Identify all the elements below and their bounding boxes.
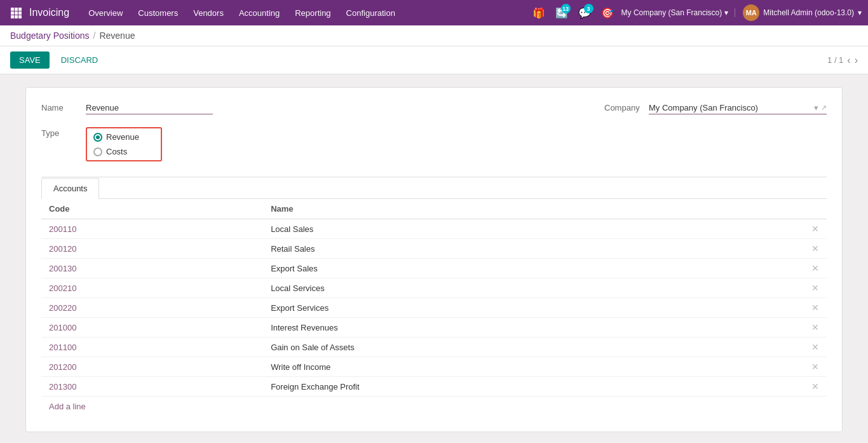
account-code[interactable]: 200130 xyxy=(41,259,263,278)
action-bar: SAVE DISCARD 1 / 1 ‹ › xyxy=(0,46,868,74)
remove-row-button[interactable]: ✕ xyxy=(811,303,819,313)
nav-overview[interactable]: Overview xyxy=(82,6,129,20)
update-icon[interactable]: 🔄 13 xyxy=(553,4,571,22)
external-link-icon[interactable]: ↗ xyxy=(821,104,827,112)
grid-menu-icon[interactable] xyxy=(6,3,25,22)
remove-cell: ✕ xyxy=(801,357,827,377)
remove-row-button[interactable]: ✕ xyxy=(811,381,819,392)
remove-row-button[interactable]: ✕ xyxy=(811,263,819,273)
breadcrumb-parent[interactable]: Budgetary Positions xyxy=(10,31,90,41)
radio-costs[interactable]: Costs xyxy=(93,147,148,156)
nav-configuration[interactable]: Configuration xyxy=(340,6,402,20)
actions-column-header xyxy=(801,199,827,219)
remove-cell: ✕ xyxy=(801,278,827,298)
prev-record-button[interactable]: ‹ xyxy=(847,55,850,66)
nav-accounting[interactable]: Accounting xyxy=(233,6,286,20)
account-name: Retail Sales xyxy=(263,239,801,259)
remove-cell: ✕ xyxy=(801,259,827,278)
action-right: 1 / 1 ‹ › xyxy=(827,55,858,66)
nav-customers[interactable]: Customers xyxy=(132,6,184,20)
svg-rect-0 xyxy=(11,8,14,11)
remove-row-button[interactable]: ✕ xyxy=(811,342,819,352)
remove-row-button[interactable]: ✕ xyxy=(811,224,819,234)
account-code[interactable]: 200120 xyxy=(41,239,263,259)
radio-costs-circle xyxy=(93,147,102,156)
name-row: Name Revenue Company My Company (San Fra… xyxy=(41,103,827,114)
remove-row-button[interactable]: ✕ xyxy=(811,243,819,254)
company-label: Company xyxy=(604,103,642,112)
account-code[interactable]: 200110 xyxy=(41,219,263,239)
svg-rect-8 xyxy=(18,15,22,18)
breadcrumb-separator: / xyxy=(93,31,96,41)
table-row: 201100 Gain on Sale of Assets ✕ xyxy=(41,337,827,357)
remove-row-button[interactable]: ✕ xyxy=(811,283,819,293)
name-value[interactable]: Revenue xyxy=(86,103,213,114)
breadcrumb-current: Revenue xyxy=(99,31,135,41)
table-row: 200210 Local Services ✕ xyxy=(41,278,827,298)
next-record-button[interactable]: › xyxy=(855,55,858,66)
account-code[interactable]: 201000 xyxy=(41,318,263,337)
company-selector[interactable]: My Company (San Francisco) ▾ xyxy=(621,8,736,17)
account-code[interactable]: 200210 xyxy=(41,278,263,298)
table-row: 201300 Foreign Exchange Profit ✕ xyxy=(41,377,827,397)
nav-vendors[interactable]: Vendors xyxy=(187,6,230,20)
table-row: 200220 Export Services ✕ xyxy=(41,298,827,318)
gift-icon[interactable]: 🎁 xyxy=(530,4,548,22)
user-dropdown-icon: ▾ xyxy=(858,8,862,17)
company-text: My Company (San Francisco) xyxy=(649,103,758,112)
account-code[interactable]: 201200 xyxy=(41,357,263,377)
discard-button[interactable]: DISCARD xyxy=(55,51,105,69)
radio-costs-label: Costs xyxy=(106,147,127,156)
type-label: Type xyxy=(41,127,79,138)
account-name: Interest Revenues xyxy=(263,318,801,337)
update-badge: 13 xyxy=(561,4,571,13)
svg-rect-2 xyxy=(18,8,22,11)
table-row: 201000 Interest Revenues ✕ xyxy=(41,318,827,337)
activity-icon[interactable]: 🎯 xyxy=(599,4,616,22)
account-name: Write off Income xyxy=(263,357,801,377)
account-code[interactable]: 201100 xyxy=(41,337,263,357)
nav-menu: Overview Customers Vendors Accounting Re… xyxy=(82,6,529,20)
save-button[interactable]: SAVE xyxy=(10,51,50,69)
name-column-header: Name xyxy=(263,199,801,219)
breadcrumb: Budgetary Positions / Revenue xyxy=(0,25,868,46)
account-name: Local Sales xyxy=(263,219,801,239)
account-name: Export Sales xyxy=(263,259,801,278)
add-line-button[interactable]: Add a line xyxy=(41,397,93,416)
type-section: Type Revenue Costs xyxy=(41,127,827,161)
nav-reporting[interactable]: Reporting xyxy=(288,6,337,20)
action-left: SAVE DISCARD xyxy=(10,51,104,69)
topnav-right: 🎁 🔄 13 💬 3 🎯 My Company (San Francisco) … xyxy=(530,4,862,22)
company-value-display[interactable]: My Company (San Francisco) ▾ ↗ xyxy=(649,103,827,114)
account-code[interactable]: 200220 xyxy=(41,298,263,318)
company-field: Company My Company (San Francisco) ▾ ↗ xyxy=(604,103,827,114)
remove-row-button[interactable]: ✕ xyxy=(811,362,819,372)
user-name: Mitchell Admin (odoo-13.0) xyxy=(763,8,854,17)
remove-row-button[interactable]: ✕ xyxy=(811,322,819,332)
table-row: 200110 Local Sales ✕ xyxy=(41,219,827,239)
app-title: Invoicing xyxy=(29,7,69,18)
form-card: Name Revenue Company My Company (San Fra… xyxy=(25,87,843,432)
avatar: MA xyxy=(743,4,759,21)
top-navigation: Invoicing Overview Customers Vendors Acc… xyxy=(0,0,868,25)
accounts-tab-container: Accounts Code Name 200110 Local Sales ✕ … xyxy=(41,177,827,416)
tab-accounts[interactable]: Accounts xyxy=(41,178,99,199)
svg-rect-1 xyxy=(15,8,18,11)
user-menu[interactable]: MA Mitchell Admin (odoo-13.0) ▾ xyxy=(743,4,862,21)
account-name: Export Services xyxy=(263,298,801,318)
company-dropdown-icon: ▾ xyxy=(724,8,728,17)
company-field-dropdown-icon: ▾ xyxy=(814,103,818,112)
accounts-table: Code Name 200110 Local Sales ✕ 200120 Re… xyxy=(41,198,827,397)
account-name: Gain on Sale of Assets xyxy=(263,337,801,357)
account-code[interactable]: 201300 xyxy=(41,377,263,397)
radio-revenue[interactable]: Revenue xyxy=(93,132,148,142)
chat-icon[interactable]: 💬 3 xyxy=(576,4,593,22)
remove-cell: ✕ xyxy=(801,298,827,318)
radio-revenue-label: Revenue xyxy=(106,132,139,142)
pagination-label: 1 / 1 xyxy=(827,55,843,65)
remove-cell: ✕ xyxy=(801,239,827,259)
code-column-header: Code xyxy=(41,199,263,219)
svg-rect-3 xyxy=(11,11,14,15)
type-radio-group: Revenue Costs xyxy=(86,127,162,161)
remove-cell: ✕ xyxy=(801,337,827,357)
